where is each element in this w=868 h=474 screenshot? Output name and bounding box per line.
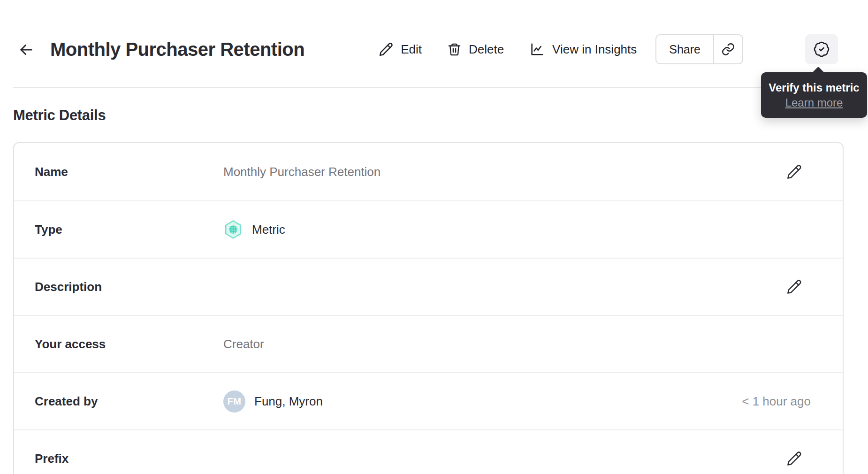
arrow-left-icon — [17, 41, 35, 59]
row-value: Monthly Purchaser Retention — [223, 165, 843, 179]
row-label: Name — [14, 165, 223, 179]
view-in-insights-button[interactable]: View in Insights — [529, 41, 637, 57]
edit-prefix-button[interactable] — [784, 448, 804, 469]
metric-details-page: Monthly Purchaser Retention Edit Delete — [0, 0, 868, 474]
share-button-group: Share — [655, 34, 743, 64]
pencil-icon — [378, 42, 394, 57]
detail-row-created-by: Created by FM Fung, Myron < 1 hour ago — [14, 372, 843, 429]
line-chart-icon — [529, 41, 545, 57]
copy-link-button[interactable] — [713, 34, 743, 64]
verify-metric-tooltip: Verify this metric Learn more — [761, 72, 867, 118]
header-divider — [13, 87, 844, 88]
detail-row-type: Type Metric — [14, 200, 843, 258]
detail-row-your-access: Your access Creator — [14, 315, 843, 372]
tooltip-title: Verify this metric — [766, 80, 862, 95]
detail-row-description: Description — [14, 258, 843, 315]
edit-label: Edit — [401, 42, 422, 57]
delete-label: Delete — [469, 42, 504, 57]
learn-more-link[interactable]: Learn more — [785, 96, 843, 109]
metric-details-card: Name Monthly Purchaser Retention Type — [13, 142, 844, 474]
share-label: Share — [669, 43, 700, 56]
back-button[interactable] — [16, 39, 37, 60]
row-value: Creator — [223, 337, 843, 352]
avatar: FM — [223, 390, 245, 413]
share-button[interactable]: Share — [655, 34, 714, 64]
detail-row-prefix: Prefix — [14, 429, 843, 474]
link-icon — [721, 42, 735, 56]
detail-row-name: Name Monthly Purchaser Retention — [14, 143, 843, 200]
row-label: Created by — [14, 394, 223, 409]
row-label: Description — [14, 280, 223, 294]
edit-description-button[interactable] — [784, 276, 804, 297]
row-value: Fung, Myron — [254, 394, 323, 409]
row-label: Type — [14, 222, 223, 237]
section-heading: Metric Details — [13, 107, 106, 124]
row-value: Metric — [252, 222, 285, 237]
delete-button[interactable]: Delete — [447, 42, 504, 57]
view-in-insights-label: View in Insights — [552, 42, 637, 57]
trash-icon — [447, 42, 462, 57]
pencil-icon — [786, 164, 802, 180]
verify-metric-button[interactable] — [805, 34, 838, 64]
metric-hexagon-icon — [223, 220, 243, 239]
row-label: Prefix — [14, 451, 223, 466]
pencil-icon — [786, 279, 802, 295]
header-toolbar: Edit Delete View in Insights Sha — [378, 34, 838, 65]
verified-badge-icon — [813, 41, 830, 58]
row-label: Your access — [14, 337, 223, 352]
pencil-icon — [786, 451, 802, 467]
edit-button[interactable]: Edit — [378, 42, 422, 57]
edit-name-button[interactable] — [784, 161, 804, 182]
created-timestamp: < 1 hour ago — [742, 394, 811, 409]
page-title: Monthly Purchaser Retention — [50, 39, 305, 60]
